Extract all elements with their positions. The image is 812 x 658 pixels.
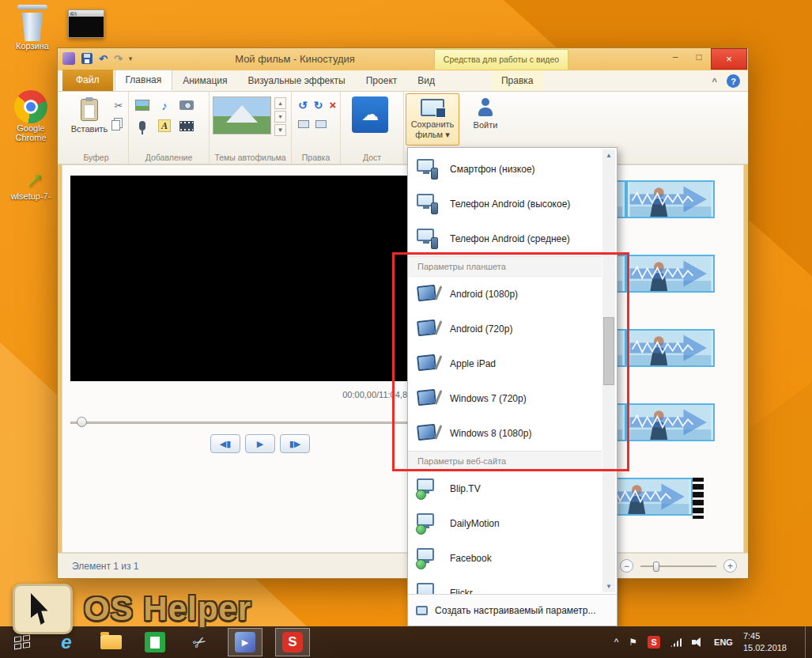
- windows-logo-icon: [14, 635, 30, 650]
- save-icon[interactable]: [81, 53, 93, 64]
- desktop-icon-recycle-bin[interactable]: Корзина: [3, 5, 62, 51]
- remove-icon[interactable]: ×: [329, 98, 336, 112]
- clip-thumbnail[interactable]: [626, 329, 715, 367]
- collapse-ribbon-icon[interactable]: ^: [712, 77, 717, 86]
- group-label: Правка: [292, 153, 340, 162]
- redo-icon[interactable]: ↷: [114, 53, 123, 65]
- web-device-icon: [416, 512, 440, 535]
- webcam-icon[interactable]: [179, 98, 194, 112]
- automovie-theme-thumbnail[interactable]: [213, 96, 271, 134]
- group-clipboard: Вставить ✂ Буфер: [64, 92, 129, 164]
- action-center-flag-icon[interactable]: ⚑: [629, 637, 637, 648]
- rotate-right-icon[interactable]: ↻: [314, 99, 323, 112]
- desktop-icon-cmd-window[interactable]: C:\: [57, 9, 115, 38]
- zoom-slider-handle[interactable]: [653, 562, 659, 572]
- themes-scroll-up-icon[interactable]: ▴: [274, 97, 286, 109]
- show-desktop-button[interactable]: [805, 626, 810, 658]
- tray-expand-icon[interactable]: ^: [614, 637, 619, 648]
- tab-project[interactable]: Проект: [356, 70, 408, 91]
- folder-icon: [100, 635, 122, 649]
- tab-edit-contextual[interactable]: Правка: [491, 70, 544, 91]
- minimize-button[interactable]: –: [663, 48, 687, 66]
- menu-item-facebook[interactable]: Facebook: [408, 541, 602, 576]
- tab-visual-effects[interactable]: Визуальные эффекты: [238, 70, 356, 91]
- movie-maker-icon: ▶: [235, 632, 255, 652]
- ribbon-tabs: Файл Главная Анимация Визуальные эффекты…: [58, 70, 748, 92]
- web-device-icon: [416, 547, 440, 569]
- undo-icon[interactable]: ↶: [99, 53, 108, 65]
- zoom-slider[interactable]: [640, 561, 716, 572]
- menu-item-android-phone-medium[interactable]: Телефон Android (среднее): [408, 221, 602, 256]
- menu-item-android-phone-high[interactable]: Телефон Android (высокое): [408, 187, 602, 221]
- clip-thumbnail[interactable]: [626, 180, 715, 218]
- menu-footer-label: Создать настраиваемый параметр...: [435, 605, 596, 616]
- scroll-up-icon[interactable]: ▲: [602, 149, 615, 161]
- network-icon[interactable]: [670, 638, 682, 647]
- group-automovie-themes: ▴ ▾ ▼ Темы автофильма: [210, 92, 292, 164]
- onedrive-cloud-icon[interactable]: ☁: [352, 96, 388, 133]
- title-icon[interactable]: A: [157, 119, 172, 133]
- seek-track[interactable]: [70, 422, 407, 424]
- cut-icon[interactable]: ✂: [111, 98, 126, 112]
- language-indicator[interactable]: ENG: [714, 637, 733, 647]
- play-button[interactable]: ▶: [245, 434, 275, 453]
- help-icon[interactable]: ?: [727, 74, 740, 88]
- scroll-down-icon[interactable]: ▼: [602, 580, 615, 592]
- tray-s-icon[interactable]: S: [648, 636, 660, 649]
- menu-item-label: Blip.TV: [450, 483, 481, 494]
- desktop-icon-google-chrome[interactable]: Google Chrome: [2, 90, 60, 142]
- credits-icon[interactable]: [179, 119, 194, 133]
- seek-bar[interactable]: [70, 417, 407, 428]
- close-button[interactable]: ×: [711, 48, 747, 70]
- playback-controls: ◀▮ ▶ ▮▶: [189, 434, 331, 453]
- title-bar[interactable]: ↶ ↷ ▾ Мой фильм - Киностудия Средства дл…: [58, 48, 748, 70]
- copy-icon[interactable]: [111, 120, 120, 130]
- next-frame-button[interactable]: ▮▶: [280, 434, 310, 453]
- clock[interactable]: 7:45 15.02.2018: [743, 630, 787, 654]
- phone-device-icon: [416, 228, 440, 250]
- rotate-left-icon[interactable]: ↺: [298, 99, 308, 112]
- previous-frame-button[interactable]: ◀▮: [210, 434, 240, 453]
- paste-button[interactable]: Вставить: [69, 94, 110, 148]
- chrome-icon: [14, 90, 47, 123]
- tab-home[interactable]: Главная: [115, 70, 173, 91]
- menu-item-dailymotion[interactable]: DailyMotion: [408, 506, 602, 541]
- quick-access-toolbar: ↶ ↷ ▾: [62, 52, 132, 65]
- sign-in-button[interactable]: Войти: [466, 93, 505, 146]
- maximize-button[interactable]: □: [687, 48, 711, 66]
- add-music-icon[interactable]: ♪: [157, 98, 172, 112]
- tab-file[interactable]: Файл: [62, 70, 113, 91]
- clip-thumbnail[interactable]: [626, 255, 715, 293]
- app-icon[interactable]: [62, 52, 75, 65]
- recycle-bin-icon-body: [20, 13, 45, 41]
- phone-device-icon: [416, 193, 440, 215]
- film-strip-end: [693, 478, 704, 519]
- qat-dropdown-icon[interactable]: ▾: [129, 55, 133, 62]
- themes-scroll-down-icon[interactable]: ▾: [274, 111, 286, 123]
- zoom-out-icon[interactable]: −: [620, 559, 633, 573]
- volume-icon[interactable]: [692, 637, 704, 647]
- record-narration-icon[interactable]: [135, 119, 149, 133]
- desktop-icon-wlsetup[interactable]: → wlsetup-7-: [2, 163, 60, 201]
- add-photo-icon[interactable]: [135, 98, 149, 112]
- contextual-tab-header[interactable]: Средства для работы с видео: [434, 49, 568, 70]
- menu-item-flickr[interactable]: Flickr: [408, 576, 602, 594]
- seek-handle[interactable]: [77, 417, 87, 427]
- clip-thumbnail[interactable]: [626, 403, 715, 441]
- menu-item-create-custom-setting[interactable]: Создать настраиваемый параметр...: [408, 594, 617, 626]
- s-app-icon: S: [282, 632, 303, 652]
- select-all-icon[interactable]: [315, 120, 327, 128]
- group-label: Добавление: [129, 153, 209, 162]
- cmd-window-thumbnail: C:\: [68, 9, 104, 38]
- taskbar-s-app-active[interactable]: S: [275, 628, 310, 656]
- select-icon[interactable]: [298, 120, 309, 128]
- themes-more-icon[interactable]: ▼: [274, 124, 286, 136]
- desktop-icon-label: Google Chrome: [2, 123, 60, 142]
- tab-view[interactable]: Вид: [407, 70, 445, 91]
- video-preview[interactable]: [70, 176, 407, 381]
- zoom-in-icon[interactable]: +: [723, 559, 737, 573]
- save-movie-button[interactable]: Сохранить фильм ▾: [406, 93, 459, 146]
- menu-item-blip-tv[interactable]: Blip.TV: [408, 471, 602, 506]
- tab-animation[interactable]: Анимация: [172, 70, 237, 91]
- menu-item-smartphone-low[interactable]: Смартфон (низкое): [408, 152, 602, 187]
